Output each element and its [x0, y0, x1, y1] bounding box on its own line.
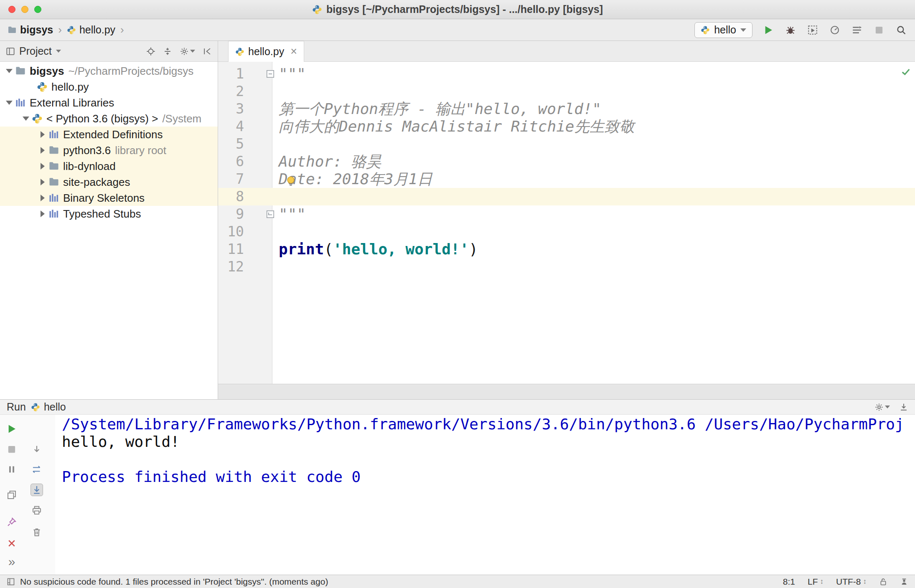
title-bar: bigsys [~/PycharmProjects/bigsys] - .../… — [0, 0, 915, 19]
run-button[interactable] — [762, 24, 775, 36]
scroll-to-end-button[interactable] — [30, 484, 43, 496]
console-line — [62, 451, 915, 468]
hide-panel-icon[interactable] — [203, 47, 212, 56]
tree-item-site-packages[interactable]: site-packages — [0, 174, 218, 190]
inspection-ok-icon[interactable] — [901, 67, 911, 77]
python-icon — [31, 403, 40, 412]
close-panel-button[interactable] — [5, 537, 18, 550]
caret-position-widget[interactable]: 8:1 — [783, 577, 795, 587]
profile-button[interactable] — [829, 24, 841, 36]
chevron-down-icon — [885, 406, 890, 408]
search-everywhere-button[interactable] — [895, 24, 907, 36]
tree-item-external-libraries[interactable]: External Libraries — [0, 95, 218, 111]
code-area[interactable]: """ 第一个Python程序 - 输出"hello, world!" 向伟大的… — [273, 65, 915, 276]
restore-layout-button[interactable] — [5, 489, 18, 501]
run-settings-button[interactable] — [874, 403, 890, 412]
code-line: """ — [273, 65, 915, 83]
python-file-icon — [235, 47, 244, 56]
fold-region-start-icon[interactable] — [266, 69, 275, 79]
main-area: Project bigsys ~/PycharmPro — [0, 41, 915, 399]
expander-icon[interactable] — [37, 195, 48, 201]
libraries-icon — [48, 208, 59, 219]
project-panel-header: Project — [0, 41, 218, 62]
tree-item-extended-definitions[interactable]: Extended Definitions — [0, 127, 218, 142]
clear-all-button[interactable] — [30, 526, 43, 538]
tab-hello-py[interactable]: hello.py × — [228, 41, 304, 62]
stop-button[interactable] — [873, 24, 885, 36]
expander-icon[interactable] — [3, 101, 15, 105]
line-ending-widget[interactable]: LF↕ — [808, 577, 824, 587]
code-line — [273, 135, 915, 153]
expander-icon[interactable] — [37, 131, 48, 138]
status-bar: No suspicious code found. 1 files proces… — [0, 575, 915, 588]
tree-item-file[interactable]: hello.py — [0, 79, 218, 95]
tab-label: hello.py — [248, 46, 284, 58]
expander-icon[interactable] — [37, 179, 48, 185]
console-line: Process finished with exit code 0 — [62, 468, 915, 486]
folder-icon — [48, 161, 59, 172]
run-tab-hello[interactable]: hello — [31, 401, 66, 413]
pycharm-window: bigsys [~/PycharmProjects/bigsys] - .../… — [0, 0, 915, 588]
readonly-lock-icon[interactable] — [879, 578, 887, 586]
tree-item-lib-dynload[interactable]: lib-dynload — [0, 158, 218, 174]
debug-button[interactable] — [784, 24, 797, 36]
console-line: hello, world! — [62, 433, 915, 451]
expander-icon[interactable] — [20, 117, 32, 121]
project-tool-icon — [6, 47, 15, 56]
python-icon — [312, 5, 322, 15]
expander-icon[interactable] — [37, 210, 48, 217]
console-line: /System/Library/Frameworks/Python.framew… — [62, 416, 915, 433]
code-line — [273, 83, 915, 100]
soft-wrap-button[interactable] — [30, 463, 43, 476]
run-configuration-select[interactable]: hello — [694, 22, 752, 38]
scroll-down-button[interactable] — [30, 443, 43, 456]
gear-icon — [180, 47, 189, 56]
updown-icon: ↕ — [863, 578, 867, 586]
tree-item-python36[interactable]: python3.6 library root — [0, 142, 218, 158]
tree-item-typeshed-stubs[interactable]: Typeshed Stubs — [0, 206, 218, 222]
project-tool-window: Project bigsys ~/PycharmPro — [0, 41, 218, 399]
breadcrumb: bigsys › hello.py › — [8, 23, 126, 36]
chevron-down-icon[interactable] — [56, 50, 61, 53]
toolwindow-toggle-icon[interactable] — [7, 578, 15, 586]
encoding-widget[interactable]: UTF-8↕ — [836, 577, 867, 587]
chevron-right-icon: › — [120, 23, 124, 36]
python-file-icon — [67, 25, 76, 35]
tree-item-interpreter[interactable]: < Python 3.6 (bigsys) > /System — [0, 111, 218, 127]
expander-icon[interactable] — [37, 147, 48, 154]
expander-icon[interactable] — [3, 69, 15, 73]
libraries-icon — [15, 97, 26, 108]
fold-region-end-icon[interactable] — [266, 210, 275, 219]
tree-item-binary-skeletons[interactable]: Binary Skeletons — [0, 190, 218, 206]
expander-icon[interactable] — [37, 163, 48, 170]
more-actions-button[interactable]: » — [5, 555, 18, 568]
dock-panel-icon[interactable] — [899, 403, 908, 412]
collapse-all-icon[interactable] — [163, 47, 172, 56]
pin-tab-button[interactable] — [5, 516, 18, 528]
close-tab-icon[interactable]: × — [290, 46, 297, 57]
run-with-coverage-button[interactable] — [806, 24, 819, 36]
zoom-window-button[interactable] — [34, 6, 41, 13]
panel-settings-button[interactable] — [180, 47, 195, 56]
project-panel-title[interactable]: Project — [19, 45, 52, 57]
locate-file-icon[interactable] — [146, 47, 155, 56]
pause-output-button[interactable] — [5, 463, 18, 476]
minimize-window-button[interactable] — [21, 6, 28, 13]
close-window-button[interactable] — [8, 6, 15, 13]
run-console[interactable]: /System/Library/Frameworks/Python.framew… — [55, 415, 915, 575]
line-numbers[interactable]: 1 2 3 4 5 6 7 8 9 10 11 12 — [218, 65, 244, 276]
line-number: 4 — [218, 118, 244, 135]
intention-bulb-icon[interactable] — [285, 175, 297, 187]
print-button[interactable] — [30, 504, 43, 517]
breadcrumb-file[interactable]: hello.py — [67, 24, 115, 36]
breadcrumb-project[interactable]: bigsys — [8, 24, 53, 36]
rerun-button[interactable] — [5, 423, 18, 435]
tree-item-project-root[interactable]: bigsys ~/PycharmProjects/bigsys — [0, 63, 218, 79]
concurrency-diagram-button[interactable] — [851, 24, 863, 36]
editor-bottom-splitter[interactable] — [218, 384, 915, 399]
editor-body[interactable]: 1 2 3 4 5 6 7 8 9 10 11 12 """ 第一个Python… — [218, 62, 915, 384]
line-number: 7 — [218, 170, 244, 188]
inspections-profile-icon[interactable] — [900, 578, 908, 586]
stop-process-button[interactable] — [5, 443, 18, 456]
code-line: Date: 2018年3月1日 — [273, 170, 915, 188]
